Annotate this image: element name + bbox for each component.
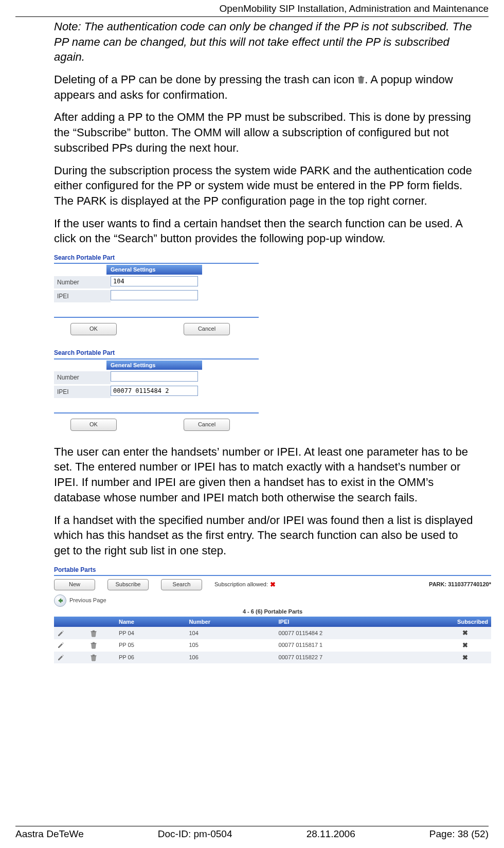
col-number: Number xyxy=(186,617,275,627)
pp-table: Name Number IPEI Subscribed PP 04 104 00… xyxy=(54,617,491,663)
subscription-allowed-label: Subscription allowed: xyxy=(214,581,268,588)
x-icon: ✖ xyxy=(270,580,276,589)
subscribe-button[interactable]: Subscribe xyxy=(107,579,149,590)
found-paragraph: If a handset with the specified number a… xyxy=(54,513,476,558)
general-settings-header: General Settings xyxy=(106,360,202,370)
page-footer: Aastra DeTeWe Doc-ID: pm-0504 28.11.2006… xyxy=(15,826,489,840)
footer-page: Page: 38 (52) xyxy=(429,828,489,840)
cell-number: 104 xyxy=(186,627,275,639)
divider xyxy=(54,317,259,318)
portable-parts-panel: Portable Parts New Subscribe Search Subs… xyxy=(54,566,491,664)
delete-paragraph: Deleting of a PP can be done by pressing… xyxy=(54,72,476,102)
result-count: 4 - 6 (6) Portable Parts xyxy=(54,608,491,616)
ipei-input[interactable] xyxy=(111,290,198,300)
edit-icon[interactable] xyxy=(57,642,64,649)
previous-page-icon[interactable] xyxy=(54,594,66,607)
ok-button[interactable]: OK xyxy=(70,323,117,335)
col-ipei: IPEI xyxy=(276,617,439,627)
col-subscribed: Subscribed xyxy=(439,617,491,627)
x-icon: ✖ xyxy=(439,639,491,652)
popup-title: Search Portable Part xyxy=(54,349,259,358)
ok-button[interactable]: OK xyxy=(70,419,117,431)
trash-icon[interactable] xyxy=(90,642,97,649)
ipei-input[interactable] xyxy=(111,386,198,396)
trash-icon[interactable] xyxy=(90,654,97,661)
number-label: Number xyxy=(54,276,111,288)
search-popup-2: Search Portable Part General Settings Nu… xyxy=(54,349,259,430)
table-row: PP 04 104 00077 0115484 2 ✖ xyxy=(54,627,491,639)
col-name: Name xyxy=(116,617,186,627)
number-input[interactable] xyxy=(111,276,198,286)
popup-title: Search Portable Part xyxy=(54,254,259,263)
table-row: PP 06 106 00077 0115822 7 ✖ xyxy=(54,652,491,664)
park-label: PARK: 3110377740120* xyxy=(429,581,491,588)
x-icon: ✖ xyxy=(439,627,491,639)
pp-title: Portable Parts xyxy=(54,566,491,575)
cell-number: 106 xyxy=(186,652,275,664)
edit-icon[interactable] xyxy=(57,654,64,661)
cell-number: 105 xyxy=(186,639,275,652)
divider xyxy=(54,575,491,576)
new-button[interactable]: New xyxy=(54,579,95,590)
footer-date: 28.11.2006 xyxy=(307,828,355,840)
footer-docid: Doc-ID: pm-0504 xyxy=(158,828,232,840)
cell-ipei: 00077 0115817 1 xyxy=(276,639,439,652)
number-label: Number xyxy=(54,371,111,384)
cell-name: PP 05 xyxy=(116,639,186,652)
note-paragraph: Note: The authentication code can only b… xyxy=(54,19,476,65)
subscribe-paragraph: After adding a PP to the OMM the PP must… xyxy=(54,110,476,155)
number-input[interactable] xyxy=(111,371,198,382)
divider xyxy=(54,412,259,413)
enter-paragraph: The user can enter the handsets’ number … xyxy=(54,444,476,506)
cell-name: PP 04 xyxy=(116,627,186,639)
x-icon: ✖ xyxy=(439,652,491,664)
cell-ipei: 00077 0115484 2 xyxy=(276,627,439,639)
trash-icon xyxy=(357,76,365,84)
cell-name: PP 06 xyxy=(116,652,186,664)
cancel-button[interactable]: Cancel xyxy=(184,419,230,431)
search-popup-1: Search Portable Part General Settings Nu… xyxy=(54,254,259,335)
footer-company: Aastra DeTeWe xyxy=(15,828,84,840)
trash-icon[interactable] xyxy=(90,630,97,637)
delete-text-a: Deleting of a PP can be done by pressing… xyxy=(54,73,357,86)
ipei-label: IPEI xyxy=(54,386,111,398)
search-intro-paragraph: If the user wants to find a certain hand… xyxy=(54,216,476,246)
divider xyxy=(54,358,259,359)
search-button[interactable]: Search xyxy=(161,579,202,590)
table-row: PP 05 105 00077 0115817 1 ✖ xyxy=(54,639,491,652)
page-header: OpenMobility SIP Installation, Administr… xyxy=(15,0,489,17)
divider xyxy=(54,263,259,264)
edit-icon[interactable] xyxy=(57,630,64,637)
park-paragraph: During the subscription process the syst… xyxy=(54,163,476,209)
ipei-label: IPEI xyxy=(54,290,111,302)
cancel-button[interactable]: Cancel xyxy=(184,323,230,335)
general-settings-header: General Settings xyxy=(106,265,202,275)
previous-page-link[interactable]: Previous Page xyxy=(69,597,106,604)
cell-ipei: 00077 0115822 7 xyxy=(276,652,439,664)
